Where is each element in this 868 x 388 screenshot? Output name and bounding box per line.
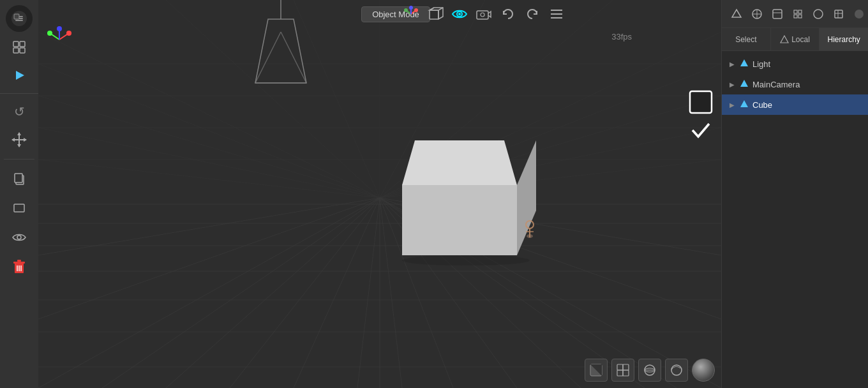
hierarchy-list: ▶ Light ▶ MainCamera (722, 51, 868, 388)
hierarchy-item-light[interactable]: ▶ Light (722, 54, 868, 74)
maincamera-label: MainCamera (752, 80, 800, 89)
axis-gizmo[interactable] (43, 24, 75, 56)
local-icon (780, 35, 789, 44)
refresh-icon[interactable]: ↺ (8, 100, 31, 123)
panel-icon-4[interactable] (788, 4, 807, 24)
panel-top-icons (727, 4, 868, 24)
svg-point-20 (17, 235, 21, 239)
separator-1 (4, 159, 34, 160)
svg-point-88 (66, 31, 71, 36)
svg-marker-15 (11, 138, 15, 142)
redo-icon[interactable] (521, 3, 544, 26)
trash-icon[interactable] (6, 254, 32, 280)
svg-rect-23 (17, 260, 21, 262)
svg-marker-10 (16, 71, 24, 80)
shading-wire-btn[interactable] (611, 359, 634, 382)
layout-icon[interactable] (6, 34, 32, 60)
svg-point-95 (404, 8, 408, 12)
svg-rect-104 (477, 11, 488, 19)
svg-rect-6 (13, 41, 19, 47)
hierarchy-item-maincamera[interactable]: ▶ MainCamera (722, 74, 868, 94)
svg-point-90 (57, 26, 62, 31)
hierarchy-item-cube[interactable]: ▶ Cube (722, 94, 868, 115)
light-label: Light (752, 59, 770, 69)
svg-rect-18 (15, 174, 22, 183)
copy-icon[interactable] (6, 166, 32, 191)
app-container: ↺ (0, 0, 868, 388)
svg-rect-109 (690, 91, 712, 113)
shading-rendered-btn[interactable] (665, 359, 688, 382)
shading-solid-btn[interactable] (585, 359, 608, 382)
svg-rect-22 (13, 262, 25, 264)
viewport-bottom-icons (585, 359, 715, 382)
svg-marker-120 (732, 10, 741, 17)
svg-marker-16 (24, 138, 27, 142)
select-box-icon[interactable] (688, 89, 714, 115)
viewport[interactable]: Object Mode (38, 0, 721, 388)
local-tab-content: Local (780, 35, 810, 44)
axis-nav-icon[interactable] (400, 3, 423, 26)
svg-point-80 (402, 255, 530, 265)
viewport-topbar: Object Mode (38, 0, 721, 28)
panel-icon-2[interactable] (747, 4, 767, 24)
svg-rect-124 (773, 10, 782, 19)
fps-counter: 33fps (611, 32, 632, 41)
cube-type-icon (740, 100, 749, 110)
blender-logo-icon[interactable] (6, 5, 33, 32)
svg-rect-7 (20, 41, 25, 47)
menu-icon[interactable] (545, 3, 568, 26)
svg-point-96 (409, 6, 413, 10)
svg-rect-8 (13, 48, 19, 53)
cube-arrow: ▶ (730, 101, 735, 108)
svg-point-103 (458, 13, 461, 15)
svg-marker-135 (781, 36, 788, 43)
svg-point-94 (414, 8, 418, 12)
material-preview-sphere[interactable] (692, 359, 715, 382)
undo-icon[interactable] (497, 3, 520, 26)
svg-rect-128 (794, 15, 797, 18)
panel-icon-1[interactable] (727, 4, 746, 24)
svg-marker-14 (17, 144, 21, 147)
svg-marker-78 (402, 185, 517, 255)
local-tab[interactable]: Local (771, 28, 820, 50)
play-icon[interactable] (6, 63, 32, 88)
svg-rect-114 (617, 370, 623, 376)
svg-marker-13 (17, 132, 21, 135)
checkmark-icon[interactable] (688, 117, 714, 143)
top-left-icons (43, 0, 75, 30)
panel-icon-7[interactable] (849, 4, 868, 24)
left-toolbar: ↺ (0, 0, 38, 388)
svg-rect-115 (623, 370, 629, 376)
svg-rect-127 (798, 10, 802, 13)
camera-arrow: ▶ (730, 81, 735, 88)
move-transform-icon[interactable] (6, 127, 32, 153)
hierarchy-tab[interactable]: Hierarchy (819, 28, 868, 50)
svg-marker-136 (740, 59, 748, 66)
hierarchy-tab-label: Hierarchy (828, 35, 860, 44)
panel-icon-5[interactable] (809, 4, 828, 24)
svg-point-130 (814, 10, 823, 19)
toolbar-top-group (0, 5, 38, 94)
cube-label: Cube (752, 100, 772, 110)
scene-canvas (38, 0, 721, 388)
right-panel-topbar (722, 0, 868, 28)
svg-rect-5 (15, 15, 19, 19)
shading-material-btn[interactable] (638, 359, 661, 382)
svg-rect-129 (798, 15, 802, 18)
eye-icon[interactable] (6, 225, 32, 250)
rect-icon[interactable] (6, 195, 32, 221)
svg-rect-112 (617, 364, 623, 370)
select-tab-label: Select (735, 35, 756, 44)
svg-rect-97 (430, 10, 438, 19)
light-arrow: ▶ (730, 61, 735, 68)
svg-rect-113 (623, 364, 629, 370)
render-eye-icon[interactable] (448, 3, 471, 26)
select-tab[interactable]: Select (722, 28, 771, 50)
panel-icon-6[interactable] (829, 4, 848, 24)
panel-icon-3[interactable] (768, 4, 787, 24)
right-panel: Select Local Hierarchy ▶ (721, 0, 868, 388)
camera-nav-icon[interactable] (472, 3, 495, 26)
svg-point-105 (481, 13, 484, 17)
cube-view-icon[interactable] (424, 3, 447, 26)
right-panel-header: Select Local Hierarchy (722, 28, 868, 51)
